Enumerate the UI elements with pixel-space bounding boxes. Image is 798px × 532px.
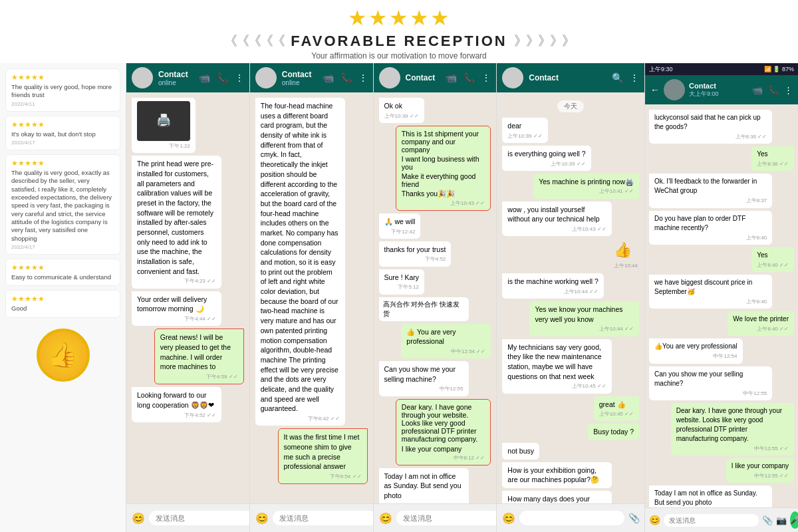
message-input[interactable] (519, 511, 624, 525)
chat-messages-2: The four-head machine uses a different b… (250, 92, 373, 503)
image-thumbnail: 🖨️ (137, 101, 190, 141)
avatar (502, 67, 523, 88)
video-icon[interactable]: 📹 (323, 72, 334, 83)
message-bubble: Yes machine is printing now🖨️ 上午10:41 ✓✓ (533, 174, 639, 199)
right-chat-messages: luckyconsol said that he can pick up the… (645, 104, 798, 507)
back-icon[interactable]: ← (650, 84, 660, 95)
message-bubble: great 👍 上午10:45 ✓✓ (594, 396, 639, 422)
date-divider: 今天 (557, 100, 584, 112)
review-text: It's okay to wait, but don't stop (11, 130, 114, 138)
message-text: My technicians say very good, they like … (507, 343, 601, 380)
message-bubble: Yes 上午8:36 ✓✓ (751, 146, 794, 171)
camera-icon[interactable]: 📷 (776, 515, 787, 525)
message-bubble: 👍 上午10:44 (612, 239, 639, 271)
status-bar: 上午9:30 📶 🔋 87% (645, 63, 798, 75)
message-bubble: How is your exhibition going, are our ma… (502, 462, 612, 488)
message-input[interactable] (396, 511, 497, 525)
chat-header-3: Contact 📹 📞 ⋮ (374, 63, 497, 92)
review-stars: ★★★★★ (11, 120, 114, 129)
status-time: 上午9:30 (649, 65, 673, 74)
message-text: Your order will delivery tomorrow mornin… (137, 295, 207, 313)
message-bubble: dear 上午10:39 ✓✓ (502, 118, 547, 143)
emoji-icon[interactable]: 😊 (379, 512, 392, 525)
menu-icon[interactable]: ⋮ (630, 72, 639, 83)
review-stars: ★★★★★ (11, 159, 114, 168)
review-date: 2022/4/11 (11, 101, 114, 107)
menu-icon[interactable]: ⋮ (784, 85, 793, 95)
message-group-highlight: This is 1st shipment your company and ou… (396, 126, 491, 211)
camera-icon[interactable]: 📷 (644, 513, 644, 523)
chat-messages-3: Ok ok 上午10:39 ✓✓ This is 1st shipment yo… (374, 92, 497, 503)
review-item: ★★★★★ The quality is very good, exactly … (5, 154, 120, 255)
message-bubble: 🙏 we will 下午12:42 (379, 213, 421, 239)
message-text: luckyconsol said that he can pick up the… (654, 114, 761, 130)
menu-icon[interactable]: ⋮ (358, 72, 368, 83)
review-text: The quality is very good, hope more frie… (11, 83, 114, 100)
chat-column-1: Contact online 📹 📞 ⋮ 🖨️ 下午1:22 The print… (126, 63, 250, 532)
emoji-icon[interactable]: 😊 (132, 512, 145, 525)
chat-header-1: Contact online 📹 📞 ⋮ (126, 63, 249, 92)
message-text: Ok. I'll feedback to the forwarder in We… (654, 178, 757, 194)
emoji-icon[interactable]: 😊 (649, 515, 660, 525)
chat-input-area: 😊 📎 📷 🎤 (497, 503, 644, 532)
left-arrows: 《《《《《 (224, 32, 284, 50)
menu-icon[interactable]: ⋮ (481, 72, 491, 83)
contact-status: online (158, 79, 194, 86)
send-button[interactable]: 🎤 (790, 511, 798, 529)
message-text: is the machine working well ? (507, 277, 598, 285)
message-text: Dear kary. I have gone through your webs… (676, 407, 782, 442)
message-text: Busy today ? (593, 428, 634, 436)
emoji-icon[interactable]: 😊 (255, 512, 269, 525)
header-icons: 🔍 ⋮ (612, 72, 639, 83)
video-icon[interactable]: 📹 (752, 85, 763, 95)
chat-messages-1: 🖨️ 下午1:22 The print head were pre-instal… (126, 92, 249, 503)
header-icons: 📹 📞 ⋮ (323, 72, 368, 83)
video-icon[interactable]: 📹 (446, 72, 457, 83)
message-text: 👍You are very professional (654, 342, 737, 350)
message-bubble: Do you have plan to order DTF machine re… (649, 211, 772, 245)
message-text: We love the printer (733, 315, 789, 323)
attach-icon[interactable]: 📎 (628, 513, 640, 523)
chat-column-3: Contact 📹 📞 ⋮ Ok ok 上午10:39 ✓✓ This is 1… (374, 63, 497, 532)
message-text: Can you show me your selling machine? (654, 370, 743, 387)
message-text: The print head were pre-installed for cu… (137, 160, 213, 275)
message-bubble: we have biggest discount price in Septem… (649, 275, 772, 309)
video-icon[interactable]: 📹 (199, 72, 210, 83)
call-icon[interactable]: 📞 (768, 85, 779, 95)
chat-header-info: Contact (406, 73, 441, 82)
message-text: thanks for your trust (384, 245, 446, 253)
right-arrows: 》》》》》 (514, 32, 574, 50)
contact-name: Contact (529, 73, 606, 82)
call-icon[interactable]: 📞 (340, 72, 352, 83)
message-input[interactable] (273, 511, 373, 525)
header-icons: 📹 📞 ⋮ (199, 72, 244, 83)
star-rating: ★★★★★ (0, 5, 798, 31)
emoji-icon[interactable]: 😊 (502, 512, 515, 525)
call-icon[interactable]: 📞 (217, 72, 228, 83)
message-input[interactable] (149, 511, 249, 525)
action-text: 高兴合作 对外合作 快速发货 (383, 301, 460, 317)
attach-icon[interactable]: 📎 (762, 515, 773, 525)
main-title: FAVORABLE RECEPTION (291, 33, 507, 50)
message-text: not busy (507, 447, 534, 455)
search-icon[interactable]: 🔍 (612, 72, 623, 83)
review-item: ★★★★★ Easy to communicate & understand (5, 259, 120, 286)
message-text: great 👍 (599, 400, 626, 408)
chat-header-info: Contact (529, 73, 606, 82)
right-chat-panel: 上午9:30 📶 🔋 87% ← Contact 大上午9:00 📹 📞 ⋮ l… (645, 63, 798, 532)
message-bubble: Can you show me your selling machine? 中午… (379, 361, 469, 396)
review-date: 2022/4/17 (11, 244, 114, 250)
message-text: Thanks you🎉🎉 (402, 190, 485, 198)
message-text: Can you show me your selling machine? (384, 365, 456, 383)
message-input[interactable] (664, 514, 759, 527)
menu-icon[interactable]: ⋮ (235, 72, 244, 83)
message-action-bar: 高兴合作 对外合作 快速发货 (379, 297, 469, 321)
message-text: wow , you install yourself without any o… (507, 205, 599, 223)
review-item: ★★★★★ The quality is very good, hope mor… (5, 68, 120, 112)
chat-header-info: Contact online (158, 70, 194, 86)
chat-header-4: Contact 🔍 ⋮ (497, 63, 644, 92)
call-icon[interactable]: 📞 (464, 72, 475, 83)
chat-input-area: 😊 📎 📷 🎤 (374, 503, 497, 532)
message-text: I like your company (732, 462, 789, 469)
avatar (379, 67, 400, 88)
